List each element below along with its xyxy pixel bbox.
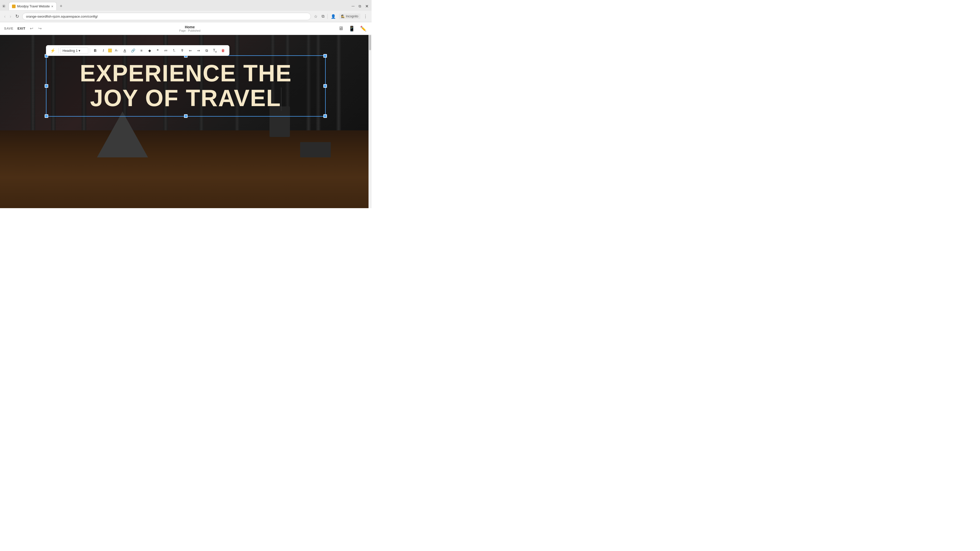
toolbar-center: Home Page · Published <box>179 25 200 32</box>
toolbar-right: 🖥 📱 ✏️ <box>337 24 368 33</box>
handle-top-right[interactable] <box>323 54 327 58</box>
lightning-icon: ⚡ <box>50 48 56 53</box>
align-icon: ≡ <box>140 48 142 52</box>
outdent-icon: ⇐ <box>189 48 192 52</box>
page-status: Page · Published <box>179 29 200 32</box>
handle-bot-left[interactable] <box>45 114 48 118</box>
clear-format-btn[interactable]: Tx <box>211 47 218 54</box>
toolbar-divider-2 <box>90 48 90 53</box>
clear-format-icon: Tx <box>213 48 217 53</box>
highlight-btn[interactable]: ◆ <box>146 47 153 54</box>
tab-controls: ▼ <box>2 4 6 8</box>
numbered-icon: ⒈ <box>172 48 176 53</box>
close-window-btn[interactable]: ✕ <box>364 3 369 9</box>
delete-icon: 🗑 <box>221 48 225 52</box>
strikethrough-icon: T <box>181 48 183 52</box>
bookmark-btn[interactable]: ☆ <box>313 13 318 20</box>
duplicate-btn[interactable]: ⧉ <box>203 47 210 54</box>
quick-action-btn[interactable]: ⚡ <box>49 47 57 54</box>
mobile-view-btn[interactable]: 📱 <box>348 24 356 33</box>
align-btn[interactable]: ≡ <box>138 47 145 54</box>
handle-mid-right[interactable] <box>323 84 327 88</box>
bold-btn[interactable]: B <box>92 47 99 54</box>
dropdown-chevron: ▾ <box>79 49 80 52</box>
reload-btn[interactable]: ↻ <box>14 13 20 20</box>
handle-mid-left[interactable] <box>45 84 48 88</box>
url-bar[interactable]: orange-swordfish-rpzm.squarespace.com/co… <box>22 13 311 20</box>
address-bar: ‹ › ↻ orange-swordfish-rpzm.squarespace.… <box>0 11 372 22</box>
bullet-icon: ≔ <box>164 48 168 52</box>
book-stack-object <box>300 142 331 157</box>
design-btn[interactable]: ✏️ <box>359 24 368 33</box>
bullet-list-btn[interactable]: ≔ <box>162 47 169 54</box>
browser-chrome: ▼ Moodjoy Travel Website × + ─ ⧉ ✕ ‹ › ↻… <box>0 0 372 22</box>
exit-button[interactable]: EXIT <box>18 27 25 30</box>
tab-title: Moodjoy Travel Website <box>17 5 50 8</box>
new-tab-btn[interactable]: + <box>58 3 65 10</box>
indent-btn[interactable]: ⇒ <box>195 47 202 54</box>
link-icon: 🔗 <box>131 48 135 52</box>
tab-close-btn[interactable]: × <box>51 5 53 8</box>
strikethrough-btn[interactable]: T <box>179 47 186 54</box>
page-title: Home <box>179 25 200 29</box>
duplicate-icon: ⧉ <box>205 48 208 53</box>
link-btn[interactable]: 🔗 <box>129 47 137 54</box>
numbered-list-btn[interactable]: ⒈ <box>170 47 178 54</box>
incognito-badge: 🕵 Incognito <box>339 14 360 19</box>
tab-dropdown-btn[interactable]: ▼ <box>2 4 6 8</box>
italic-btn[interactable]: I <box>100 47 107 54</box>
heading-style-label: Heading 1 <box>62 49 78 52</box>
quote-btn[interactable]: ❝ <box>154 47 161 54</box>
text-cursor <box>281 87 282 111</box>
redo-button[interactable]: ↪ <box>38 25 42 32</box>
page-content: ⚡ Heading 1 ▾ B I A↑ A 🔗 ≡ ◆ ❝ <box>0 35 372 208</box>
indent-icon: ⇒ <box>197 48 200 52</box>
menu-btn[interactable]: ⋮ <box>363 13 369 20</box>
tab-bar: ▼ Moodjoy Travel Website × + ─ ⧉ ✕ <box>0 0 372 11</box>
desktop-view-btn[interactable]: 🖥 <box>337 24 345 32</box>
scrollbar[interactable] <box>369 35 372 208</box>
highlight-icon: ◆ <box>148 48 151 52</box>
save-button[interactable]: SAVE <box>4 27 13 30</box>
pyramid-object <box>97 111 148 157</box>
handle-bot-center[interactable] <box>184 114 188 118</box>
scrollbar-thumb[interactable] <box>369 35 371 50</box>
delete-btn[interactable]: 🗑 <box>220 47 227 54</box>
hero-heading[interactable]: EXPERIENCE THE JOY OF TRAVEL <box>52 61 319 111</box>
active-tab[interactable]: Moodjoy Travel Website × <box>9 2 57 10</box>
superscript-btn[interactable]: A↑ <box>113 47 120 54</box>
toolbar-left: SAVE EXIT ↩ ↪ <box>4 25 42 32</box>
quote-icon: ❝ <box>157 48 159 52</box>
outdent-btn[interactable]: ⇐ <box>187 47 194 54</box>
heading-style-dropdown[interactable]: Heading 1 ▾ <box>60 48 88 54</box>
tab-favicon <box>12 5 16 8</box>
heading-line-2: JOY OF TRAVEL <box>52 86 319 111</box>
editor-toolbar: SAVE EXIT ↩ ↪ Home Page · Published 🖥 📱 … <box>0 22 372 35</box>
heading-line-1: EXPERIENCE THE <box>52 61 319 86</box>
undo-button[interactable]: ↩ <box>29 25 34 32</box>
forward-btn[interactable]: › <box>9 13 12 20</box>
text-color-btn[interactable]: A <box>121 47 128 54</box>
profile-btn[interactable]: 👤 <box>330 13 337 20</box>
color-swatch[interactable] <box>108 48 112 52</box>
formatting-toolbar: ⚡ Heading 1 ▾ B I A↑ A 🔗 ≡ ◆ ❝ <box>46 45 229 56</box>
back-btn[interactable]: ‹ <box>3 13 6 20</box>
extensions-btn[interactable]: ⧉ <box>321 13 325 20</box>
restore-btn[interactable]: ⧉ <box>358 3 362 9</box>
minimize-btn[interactable]: ─ <box>351 3 355 9</box>
browser-actions: ☆ ⧉ 👤 🕵 Incognito ⋮ <box>313 13 369 20</box>
url-text: orange-swordfish-rpzm.squarespace.com/co… <box>26 14 307 18</box>
text-block[interactable]: EXPERIENCE THE JOY OF TRAVEL <box>46 56 326 117</box>
handle-bot-right[interactable] <box>323 114 327 118</box>
